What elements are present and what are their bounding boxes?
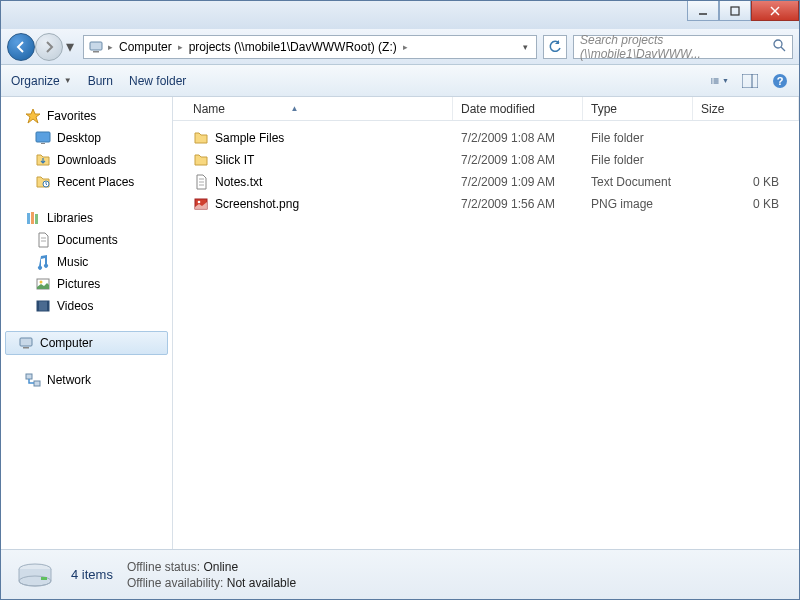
column-size[interactable]: Size [693, 97, 799, 120]
svg-rect-21 [27, 213, 30, 224]
nav-buttons: ▾ [7, 33, 77, 61]
sidebar-item-documents[interactable]: Documents [1, 229, 172, 251]
file-type: File folder [583, 131, 693, 145]
chevron-down-icon: ▼ [722, 77, 729, 84]
file-name: Sample Files [215, 131, 284, 145]
forward-button[interactable] [35, 33, 63, 61]
search-input[interactable]: Search projects (\\mobile1\DavWWW... [573, 35, 793, 59]
sidebar-label: Desktop [57, 131, 101, 145]
sidebar-item-pictures[interactable]: Pictures [1, 273, 172, 295]
file-row[interactable]: Slick IT 7/2/2009 1:08 AM File folder [173, 149, 799, 171]
status-label: Offline availability: [127, 576, 224, 590]
svg-rect-11 [714, 80, 719, 81]
sidebar-label: Videos [57, 299, 93, 313]
file-size: 0 KB [693, 175, 799, 189]
breadcrumb-drive[interactable]: projects (\\mobile1\DavWWWRoot) (Z:) [187, 40, 399, 54]
file-row[interactable]: Sample Files 7/2/2009 1:08 AM File folde… [173, 127, 799, 149]
chevron-right-icon[interactable]: ▸ [178, 42, 183, 52]
view-options-button[interactable]: ▼ [711, 72, 729, 90]
svg-point-6 [774, 40, 782, 48]
image-file-icon [193, 196, 209, 212]
address-dropdown[interactable]: ▾ [519, 42, 532, 52]
svg-rect-34 [34, 381, 40, 386]
sidebar-label: Pictures [57, 277, 100, 291]
computer-icon [88, 39, 104, 55]
history-dropdown[interactable]: ▾ [63, 37, 77, 57]
burn-button[interactable]: Burn [88, 74, 113, 88]
svg-rect-14 [742, 74, 758, 88]
svg-rect-19 [41, 143, 45, 144]
column-label: Date modified [461, 102, 535, 116]
sidebar-label: Favorites [47, 109, 96, 123]
maximize-button[interactable] [719, 1, 751, 21]
chevron-right-icon[interactable]: ▸ [108, 42, 113, 52]
file-type: File folder [583, 153, 693, 167]
folder-icon [193, 130, 209, 146]
file-row[interactable]: Notes.txt 7/2/2009 1:09 AM Text Document… [173, 171, 799, 193]
navigation-bar: ▾ ▸ Computer ▸ projects (\\mobile1\DavWW… [1, 29, 799, 65]
svg-rect-10 [711, 80, 713, 81]
file-type: PNG image [583, 197, 693, 211]
sidebar-item-libraries[interactable]: Libraries [1, 207, 172, 229]
svg-rect-42 [41, 577, 47, 580]
file-name: Slick IT [215, 153, 254, 167]
breadcrumb-label: projects (\\mobile1\DavWWWRoot) (Z:) [189, 40, 397, 54]
column-date[interactable]: Date modified [453, 97, 583, 120]
column-type[interactable]: Type [583, 97, 693, 120]
column-name[interactable]: Name▲ [173, 97, 453, 120]
button-label: Organize [11, 74, 60, 88]
sidebar-label: Computer [40, 336, 93, 350]
svg-rect-9 [714, 78, 719, 79]
address-bar[interactable]: ▸ Computer ▸ projects (\\mobile1\DavWWWR… [83, 35, 537, 59]
svg-rect-32 [23, 347, 29, 349]
chevron-right-icon[interactable]: ▸ [403, 42, 408, 52]
sidebar-item-music[interactable]: Music [1, 251, 172, 273]
body: Favorites Desktop Downloads Recent Place… [1, 97, 799, 549]
favorites-group: Favorites Desktop Downloads Recent Place… [1, 105, 172, 193]
file-row[interactable]: Screenshot.png 7/2/2009 1:56 AM PNG imag… [173, 193, 799, 215]
file-date: 7/2/2009 1:09 AM [453, 175, 583, 189]
sidebar-item-videos[interactable]: Videos [1, 295, 172, 317]
videos-icon [35, 298, 51, 314]
star-icon [25, 108, 41, 124]
svg-rect-29 [37, 301, 39, 311]
help-button[interactable]: ? [771, 72, 789, 90]
svg-line-7 [781, 47, 785, 51]
sidebar-item-downloads[interactable]: Downloads [1, 149, 172, 171]
network-group: Network [1, 369, 172, 391]
sidebar-item-favorites[interactable]: Favorites [1, 105, 172, 127]
new-folder-button[interactable]: New folder [129, 74, 186, 88]
svg-point-27 [40, 281, 43, 284]
window-controls [687, 1, 799, 21]
back-button[interactable] [7, 33, 35, 61]
svg-rect-18 [36, 132, 50, 142]
breadcrumb-computer[interactable]: Computer [117, 40, 174, 54]
svg-point-39 [198, 201, 201, 204]
sidebar-label: Downloads [57, 153, 116, 167]
refresh-button[interactable] [543, 35, 567, 59]
text-file-icon [193, 174, 209, 190]
organize-button[interactable]: Organize▼ [11, 74, 72, 88]
item-count: 4 items [71, 567, 113, 582]
sidebar-item-recent[interactable]: Recent Places [1, 171, 172, 193]
file-date: 7/2/2009 1:56 AM [453, 197, 583, 211]
file-list-pane: Name▲ Date modified Type Size Sample Fil… [173, 97, 799, 549]
documents-icon [35, 232, 51, 248]
recent-icon [35, 174, 51, 190]
file-date: 7/2/2009 1:08 AM [453, 153, 583, 167]
svg-rect-30 [47, 301, 49, 311]
toolbar-right: ▼ ? [711, 72, 789, 90]
sidebar-item-network[interactable]: Network [1, 369, 172, 391]
titlebar [1, 1, 799, 29]
sidebar-item-desktop[interactable]: Desktop [1, 127, 172, 149]
sidebar-label: Recent Places [57, 175, 134, 189]
sidebar-item-computer[interactable]: Computer [5, 331, 168, 355]
close-button[interactable] [751, 1, 799, 21]
search-placeholder: Search projects (\\mobile1\DavWWW... [580, 33, 773, 61]
minimize-button[interactable] [687, 1, 719, 21]
downloads-icon [35, 152, 51, 168]
preview-pane-button[interactable] [741, 72, 759, 90]
toolbar: Organize▼ Burn New folder ▼ ? [1, 65, 799, 97]
chevron-down-icon: ▼ [64, 76, 72, 85]
drive-icon [13, 557, 57, 593]
